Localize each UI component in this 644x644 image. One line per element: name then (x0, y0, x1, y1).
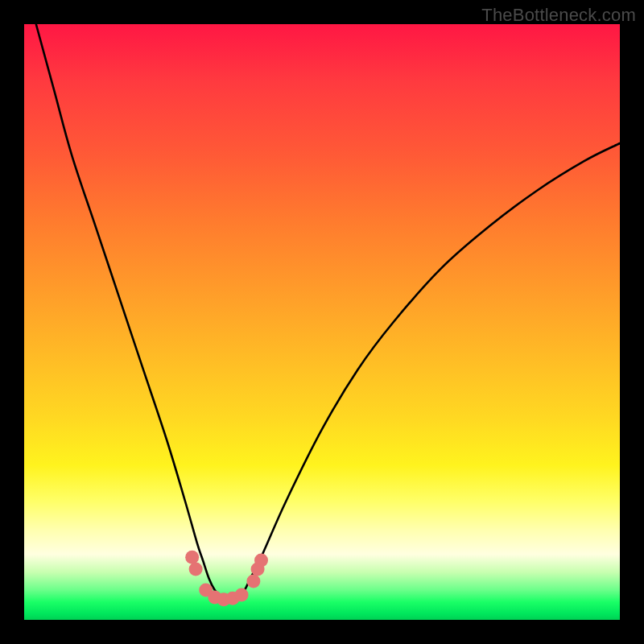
highlight-dot (254, 554, 268, 568)
chart-frame: TheBottleneck.com (0, 0, 644, 644)
plot-area (24, 24, 620, 620)
watermark-text: TheBottleneck.com (481, 5, 636, 26)
bottleneck-curve (36, 24, 620, 600)
highlight-dots (185, 551, 268, 607)
highlight-dot (185, 551, 199, 564)
highlight-dot (235, 588, 249, 601)
curve-svg (24, 24, 620, 620)
highlight-dot (246, 574, 260, 588)
highlight-dot (189, 563, 203, 576)
